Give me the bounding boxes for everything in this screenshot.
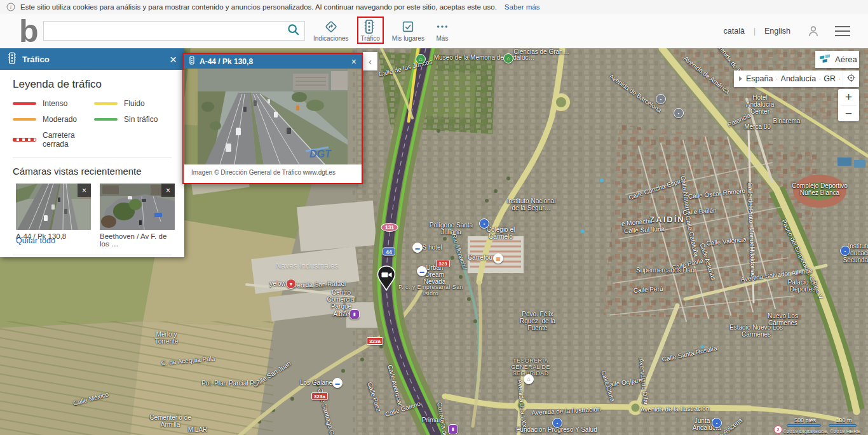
bing-maps-app: i Este sitio utiliza cookies para anális… bbox=[0, 0, 868, 435]
locate-icon bbox=[846, 72, 857, 85]
legend-line bbox=[13, 118, 36, 121]
more-icon bbox=[435, 20, 449, 34]
traffic-panel: Tráfico × Leyenda de tráfico IntensoFlui… bbox=[0, 48, 184, 257]
search-button[interactable] bbox=[283, 22, 304, 40]
school-poi-icon[interactable]: ⌂ bbox=[503, 53, 513, 64]
edu-poi-icon[interactable]: ▪ bbox=[712, 418, 722, 428]
zoom-out-button[interactable]: − bbox=[838, 105, 859, 121]
camera-popup-image-wrap: DGT bbox=[184, 69, 362, 164]
bed-poi-icon[interactable]: ▬ bbox=[412, 243, 423, 253]
toolbar-label: Indicaciones bbox=[313, 35, 349, 42]
search-box bbox=[43, 21, 305, 41]
legend-title: Leyenda de tráfico bbox=[13, 78, 172, 91]
remove-camera-beethoven-icon[interactable]: × bbox=[161, 184, 175, 197]
camera-pin[interactable] bbox=[377, 265, 396, 291]
legend-item: Moderado bbox=[13, 115, 90, 124]
bed-poi-icon[interactable]: ▬ bbox=[417, 266, 427, 276]
toolbar-button-indicaciones[interactable]: Indicaciones bbox=[311, 17, 351, 44]
traffic-light-icon bbox=[189, 56, 195, 67]
legend-line bbox=[13, 102, 36, 105]
language-link-catalan[interactable]: català bbox=[724, 27, 745, 36]
recent-cameras-title: Cámaras vistas recientemente bbox=[13, 166, 172, 177]
legend-item: Sin tráfico bbox=[94, 115, 172, 124]
map-toolbar: IndicacionesTráficoMis lugaresMás bbox=[311, 17, 452, 44]
recent-cameras-row: × A-44 / Pk 130,8 bbox=[13, 184, 172, 230]
scale-metric: 100 m bbox=[829, 417, 859, 427]
toolbar-button-mas[interactable]: Más bbox=[433, 17, 452, 44]
svg-text:i: i bbox=[10, 4, 12, 10]
toolbar-button-mis-lugares[interactable]: Mis lugares bbox=[390, 17, 427, 44]
breadcrumb: España·Andalucía·GR·Zaidín bbox=[734, 70, 859, 87]
bag-poi-icon[interactable]: ▮ bbox=[349, 309, 360, 319]
cookie-text: Este sitio utiliza cookies para análisis… bbox=[20, 3, 497, 11]
toolbar-button-trafico[interactable]: Tráfico bbox=[357, 17, 384, 44]
edu-poi-icon[interactable]: ▪ bbox=[479, 218, 489, 229]
cookie-banner: i Este sitio utiliza cookies para anális… bbox=[0, 0, 868, 14]
edu-poi-icon[interactable]: ▪ bbox=[840, 246, 850, 256]
edu-poi-icon[interactable]: ▪ bbox=[552, 418, 562, 428]
breadcrumb-items: España·Andalucía·GR·Zaidín bbox=[746, 74, 843, 83]
toolbar-label: Más bbox=[436, 35, 448, 42]
directions-icon bbox=[324, 20, 338, 34]
my-places-icon bbox=[401, 20, 415, 34]
breadcrumb-item-andalucía[interactable]: Andalucía bbox=[781, 74, 817, 83]
hamburger-menu-icon[interactable] bbox=[835, 26, 850, 36]
breadcrumb-expand-icon[interactable] bbox=[739, 76, 742, 81]
cart-poi-icon[interactable]: ▦ bbox=[493, 253, 503, 264]
traffic-light-icon bbox=[8, 52, 17, 67]
legend-item: Carretera cerrada bbox=[13, 131, 90, 149]
camera-thumb-caption: Beethoven / Av F. de los … bbox=[100, 232, 175, 248]
traffic-panel-header: Tráfico × bbox=[0, 48, 184, 70]
route-badge: 2 bbox=[774, 425, 782, 434]
map-style-aerial-button[interactable]: Aérea bbox=[815, 51, 859, 68]
traffic-panel-body: Leyenda de tráfico IntensoFluidoModerado… bbox=[0, 70, 184, 257]
panel-divider bbox=[13, 157, 172, 158]
panel-divider bbox=[13, 255, 172, 255]
profile-icon[interactable] bbox=[806, 23, 821, 39]
info-icon: i bbox=[6, 3, 15, 11]
zoom-control: + − bbox=[838, 89, 859, 121]
remove-camera-a44-icon[interactable]: × bbox=[78, 184, 91, 197]
scale-imperial: 500 pies bbox=[787, 417, 824, 427]
traffic-panel-close-icon[interactable]: × bbox=[170, 53, 177, 65]
legend-label: Intenso bbox=[43, 99, 67, 108]
zoom-in-button[interactable]: + bbox=[838, 89, 859, 105]
breadcrumb-separator: · bbox=[838, 74, 841, 83]
camera-popup-header: A-44 / Pk 130,8 × bbox=[184, 54, 362, 69]
bag-poi-icon[interactable]: ▮ bbox=[448, 424, 458, 434]
breadcrumb-item-españa[interactable]: España bbox=[746, 74, 773, 83]
chevron-left-icon: ‹ bbox=[369, 56, 372, 67]
camera-popup-annotated: A-44 / Pk 130,8 × bbox=[182, 53, 363, 184]
legend-label: Moderado bbox=[43, 115, 77, 124]
search-input[interactable] bbox=[44, 22, 283, 40]
legend-label: Carretera cerrada bbox=[43, 131, 90, 149]
panel-collapse-button[interactable]: ‹ bbox=[363, 52, 377, 70]
toolbar-label: Tráfico bbox=[361, 35, 380, 42]
legend-line bbox=[94, 102, 118, 105]
camera-feed-image: DGT bbox=[198, 69, 348, 164]
camera-thumb-a44[interactable]: × A-44 / Pk 130,8 bbox=[16, 184, 91, 230]
traffic-panel-title: Tráfico bbox=[22, 55, 164, 64]
camera-thumb-beethoven[interactable]: × Beethoven / Av F. de los … bbox=[100, 184, 175, 230]
header-right: català | English bbox=[724, 14, 850, 48]
dgt-watermark: DGT bbox=[309, 149, 332, 159]
breadcrumb-item-gr[interactable]: GR bbox=[824, 74, 836, 83]
locate-me-button[interactable] bbox=[843, 70, 859, 87]
cocktail-poi-icon[interactable]: ▼ bbox=[286, 279, 296, 289]
cookie-learn-more-link[interactable]: Saber más bbox=[505, 3, 540, 11]
camera-popup-close-icon[interactable]: × bbox=[351, 57, 356, 66]
bing-logo[interactable]: b bbox=[19, 14, 39, 48]
camera-popup-attribution: Imagen © Dirección General de Tráfico ww… bbox=[184, 164, 362, 183]
legend-item: Intenso bbox=[13, 99, 90, 108]
camera-popup-title: A-44 / Pk 130,8 bbox=[200, 57, 347, 66]
aerial-view-icon bbox=[820, 54, 831, 65]
school-poi-icon[interactable]: ⌂ bbox=[416, 54, 426, 64]
building-poi-icon[interactable]: ⌂ bbox=[524, 374, 534, 384]
legend-label: Fluido bbox=[124, 99, 145, 108]
bed-poi-icon[interactable]: ▬ bbox=[332, 378, 342, 388]
camera-poi-icon[interactable]: ▪ bbox=[656, 94, 666, 104]
camera-poi-icon[interactable]: ▪ bbox=[674, 108, 684, 118]
toolbar-label: Mis lugares bbox=[392, 35, 424, 42]
language-link-english[interactable]: English bbox=[764, 27, 790, 36]
search-icon bbox=[287, 23, 301, 39]
